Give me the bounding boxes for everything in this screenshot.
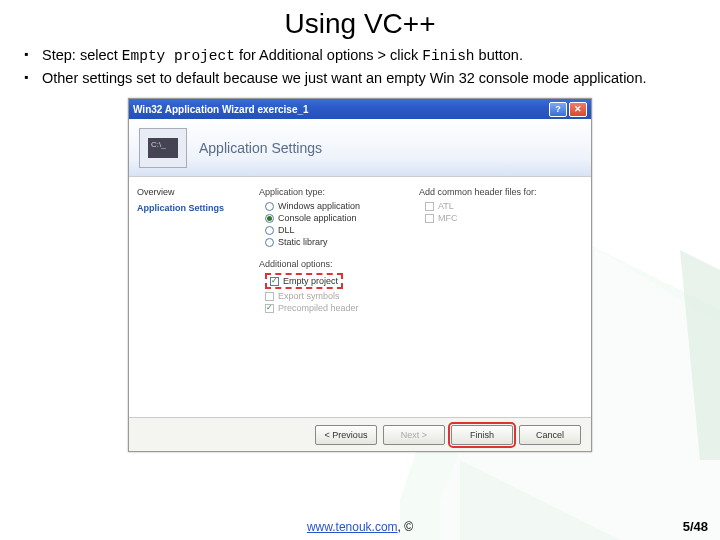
bullet-text: for Additional options > click [235, 47, 422, 63]
page-number: 5/48 [683, 519, 708, 534]
check-precompiled-header: Precompiled header [259, 303, 419, 313]
slide-title: Using VC++ [24, 8, 696, 40]
next-button: Next > [383, 425, 445, 445]
help-button[interactable]: ? [549, 102, 567, 117]
nav-app-settings[interactable]: Application Settings [137, 203, 239, 213]
header-title: Application Settings [199, 140, 322, 156]
checkbox-icon [425, 214, 434, 223]
option-label: Windows application [278, 201, 360, 211]
wizard-dialog: Win32 Application Wizard exercise_1 ? ✕ … [128, 98, 592, 452]
nav-overview[interactable]: Overview [137, 187, 239, 197]
option-label: Console application [278, 213, 357, 223]
bullet-item: Step: select Empty project for Additiona… [24, 46, 696, 67]
check-mfc: MFC [419, 213, 579, 223]
wizard-content: Application type: Windows application Co… [247, 177, 591, 417]
right-column: Add common header files for: ATL MFC [419, 187, 579, 407]
check-export-symbols: Export symbols [259, 291, 419, 301]
bullet-text: Step: select [42, 47, 122, 63]
radio-icon [265, 238, 274, 247]
cancel-button[interactable]: Cancel [519, 425, 581, 445]
check-empty-project[interactable]: Empty project [259, 273, 419, 289]
bullet-list: Step: select Empty project for Additiona… [24, 46, 696, 88]
left-column: Application type: Windows application Co… [259, 187, 419, 407]
bullet-item: Other settings set to default because we… [24, 69, 696, 89]
checkbox-icon [425, 202, 434, 211]
radio-dll[interactable]: DLL [259, 225, 419, 235]
option-label: Export symbols [278, 291, 340, 301]
copyright: , © [398, 520, 414, 534]
footer-link[interactable]: www.tenouk.com [307, 520, 398, 534]
group-label: Application type: [259, 187, 419, 197]
option-label: MFC [438, 213, 458, 223]
radio-windows-app[interactable]: Windows application [259, 201, 419, 211]
checkbox-icon [270, 277, 279, 286]
radio-icon [265, 202, 274, 211]
check-atl: ATL [419, 201, 579, 211]
code-text: Empty project [122, 48, 235, 64]
highlight-box: Empty project [265, 273, 343, 289]
option-label: ATL [438, 201, 454, 211]
group-label: Add common header files for: [419, 187, 579, 197]
console-icon: C:\_ [148, 138, 178, 158]
header-icon: C:\_ [139, 128, 187, 168]
option-label: DLL [278, 225, 295, 235]
titlebar: Win32 Application Wizard exercise_1 ? ✕ [129, 99, 591, 119]
bullet-text: button. [475, 47, 523, 63]
footer: www.tenouk.com, © [0, 520, 720, 534]
radio-icon [265, 214, 274, 223]
option-label: Static library [278, 237, 328, 247]
previous-button[interactable]: < Previous [315, 425, 377, 445]
code-text: Finish [422, 48, 474, 64]
checkbox-icon [265, 304, 274, 313]
option-label: Empty project [283, 276, 338, 286]
checkbox-icon [265, 292, 274, 301]
radio-icon [265, 226, 274, 235]
wizard-nav: Overview Application Settings [129, 177, 247, 417]
wizard-header: C:\_ Application Settings [129, 119, 591, 177]
finish-button[interactable]: Finish [451, 425, 513, 445]
wizard-body: Overview Application Settings Applicatio… [129, 177, 591, 417]
close-button[interactable]: ✕ [569, 102, 587, 117]
option-label: Precompiled header [278, 303, 359, 313]
wizard-buttons: < Previous Next > Finish Cancel [129, 417, 591, 451]
radio-console-app[interactable]: Console application [259, 213, 419, 223]
radio-static-lib[interactable]: Static library [259, 237, 419, 247]
group-label: Additional options: [259, 259, 419, 269]
window-title: Win32 Application Wizard exercise_1 [133, 104, 547, 115]
